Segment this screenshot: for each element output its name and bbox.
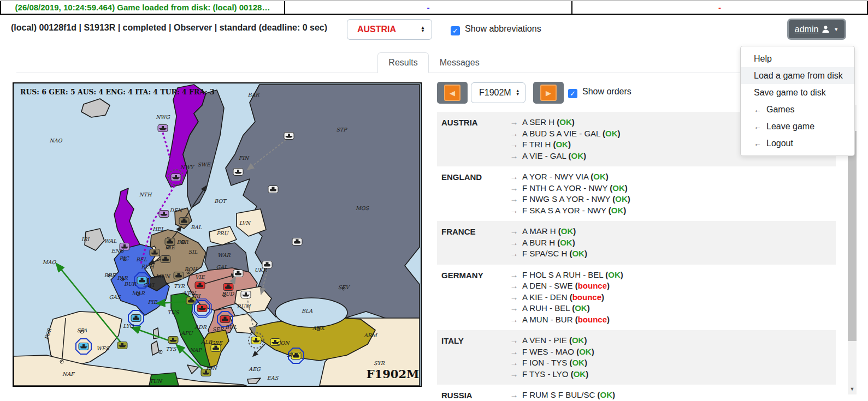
menu-item-save-game-to-disk[interactable]: Save game to disk	[741, 84, 854, 101]
right-arrow-icon: →	[506, 346, 522, 358]
admin-user-button[interactable]: admin ▼	[787, 19, 846, 40]
svg-text:RUM: RUM	[237, 303, 251, 309]
order-line: →A MAR H (OK)	[506, 226, 836, 237]
svg-text:BOT: BOT	[214, 198, 227, 204]
svg-text:ION: ION	[206, 365, 218, 371]
svg-text:WAL: WAL	[104, 238, 117, 244]
svg-text:HEL: HEL	[152, 226, 164, 232]
right-arrow-icon: →	[506, 314, 522, 326]
svg-text:PRU: PRU	[216, 230, 229, 236]
right-arrow-icon: →	[506, 151, 522, 162]
menu-item-load-a-game-from-disk[interactable]: Load a game from disk	[741, 67, 854, 84]
order-status: OK	[608, 270, 621, 279]
phase-select[interactable]: F1902M ▲▼	[471, 82, 525, 103]
right-arrow-icon: →	[506, 248, 522, 260]
europe-map-svg: BARNWGNAOSTPFINNWYSWENTHBOTMOSDENLVNHELB…	[14, 83, 421, 386]
svg-text:SYR: SYR	[374, 360, 385, 366]
right-arrow-icon: →	[506, 194, 522, 205]
order-line: →F RUM S F BUL/SC (OK)	[506, 390, 836, 401]
svg-text:GRE: GRE	[210, 340, 223, 346]
order-line: →F ION - TYS (OK)	[506, 357, 836, 369]
show-orders-checkbox[interactable]: ✓	[568, 89, 577, 98]
orders-row-russia: RUSSIA→F RUM S F BUL/SC (OK)	[437, 385, 836, 401]
right-arrow-icon: →	[506, 183, 522, 194]
order-status: OK	[600, 390, 613, 399]
order-line: →A DEN - SWE (bounce)	[506, 280, 836, 292]
right-arrow-icon: →	[506, 390, 522, 401]
svg-text:SWI: SWI	[143, 282, 155, 288]
right-arrow-icon: →	[506, 280, 522, 292]
order-status: OK	[561, 226, 574, 236]
menu-item-label: Games	[766, 105, 795, 115]
caret-down-icon: ▼	[834, 27, 839, 32]
svg-text:NAF: NAF	[62, 371, 75, 377]
order-status: OK	[612, 183, 625, 193]
order-status: OK	[559, 117, 572, 127]
previous-phase-button[interactable]: ◀	[437, 82, 468, 104]
menu-item-logout[interactable]: ←Logout	[741, 135, 854, 152]
svg-text:MUN: MUN	[156, 273, 171, 279]
order-status: OK	[560, 238, 572, 247]
map-phase-label: F1902M	[367, 367, 420, 381]
order-status: OK	[611, 206, 624, 215]
svg-text:ENG: ENG	[111, 248, 125, 254]
svg-text:BUD: BUD	[222, 291, 235, 297]
game-map[interactable]: BARNWGNAOSTPFINNWYSWENTHBOTMOSDENLVNHELB…	[13, 82, 422, 387]
svg-text:PAR: PAR	[117, 275, 128, 281]
show-abbreviations-checkbox[interactable]: ✓	[451, 26, 460, 35]
menu-item-help[interactable]: Help	[741, 50, 854, 67]
power-select-value: AUSTRIA	[357, 25, 396, 34]
left-arrow-icon: ←	[754, 105, 761, 114]
order-line: →A RUH - BEL (OK)	[506, 303, 836, 314]
svg-text:BLA: BLA	[302, 308, 313, 314]
menu-item-leave-game[interactable]: ←Leave game	[741, 118, 854, 135]
order-line: →A KIE - DEN (bounce)	[506, 292, 836, 303]
svg-text:BRE: BRE	[104, 272, 116, 278]
admin-username: admin	[795, 25, 819, 34]
svg-text:TUS: TUS	[168, 309, 180, 315]
right-arrow-icon: →	[506, 357, 522, 369]
svg-text:BEL: BEL	[136, 256, 147, 262]
order-status: OK	[571, 151, 583, 160]
svg-text:BER: BER	[176, 239, 188, 245]
order-status: OK	[575, 303, 587, 313]
user-menu: HelpLoad a game from diskSave game to di…	[740, 46, 855, 156]
svg-text:RUH: RUH	[141, 264, 155, 270]
power-name: RUSSIA	[441, 390, 506, 401]
svg-text:NTH: NTH	[139, 191, 153, 197]
svg-text:KIE: KIE	[165, 244, 175, 250]
svg-text:DEN: DEN	[170, 207, 184, 213]
menu-item-games[interactable]: ←Games	[741, 101, 854, 118]
diplomacy-app: (26/08/2019, 10:24:59.464) Game loaded f…	[0, 0, 868, 401]
order-line: →F SKA S A YOR - NWY (OK)	[506, 205, 836, 217]
right-arrow-icon: →	[506, 237, 522, 249]
order-status: bounce	[578, 315, 607, 324]
order-status: bounce	[578, 281, 607, 290]
menu-item-label: Logout	[766, 139, 793, 148]
tab-messages[interactable]: Messages	[429, 52, 491, 73]
next-phase-button[interactable]: ▶	[533, 82, 564, 104]
power-name: ENGLAND	[441, 171, 506, 216]
svg-text:FIN: FIN	[239, 155, 250, 161]
svg-text:SPA: SPA	[77, 327, 88, 333]
arrow-left-icon: ◀	[444, 85, 460, 101]
menu-item-label: Save game to disk	[754, 88, 826, 98]
scrollbar-down-arrow[interactable]: ▼	[848, 384, 857, 394]
svg-text:MAO: MAO	[43, 259, 57, 265]
orders-row-italy: ITALY→A VEN - PIE (OK)→F WES - MAO (OK)→…	[437, 330, 836, 385]
svg-text:VIE: VIE	[195, 274, 205, 280]
tab-results[interactable]: Results	[377, 52, 428, 73]
order-status: OK	[572, 336, 584, 345]
right-arrow-icon: →	[506, 139, 522, 151]
phase-select-value: F1902M	[479, 88, 511, 98]
order-status: OK	[556, 140, 568, 149]
left-arrow-icon: ←	[754, 139, 761, 148]
svg-text:SWE: SWE	[197, 161, 210, 167]
order-status: OK	[572, 358, 584, 367]
power-select[interactable]: AUSTRIA ▲▼	[347, 19, 432, 40]
scrollbar-thumb[interactable]	[848, 131, 857, 341]
svg-text:MAR: MAR	[132, 290, 145, 296]
arrow-right-icon: ▶	[540, 85, 557, 101]
order-status: OK	[593, 172, 606, 181]
order-line: →F HOL S A RUH - BEL (OK)	[506, 270, 836, 281]
